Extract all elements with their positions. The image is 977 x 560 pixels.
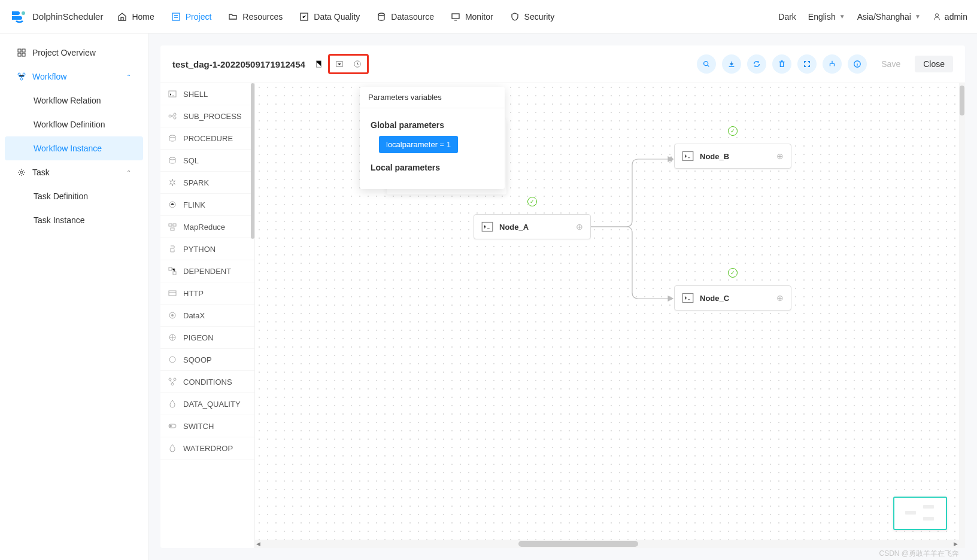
clock-icon bbox=[353, 60, 362, 68]
search-button[interactable] bbox=[697, 54, 716, 74]
chevron-down-icon: ▼ bbox=[915, 13, 921, 20]
sidebar: Project Overview Workflow⌃ Workflow Rela… bbox=[0, 34, 148, 560]
nav-resources[interactable]: Resources bbox=[228, 12, 283, 22]
palette-spark[interactable]: SPARK bbox=[160, 172, 254, 194]
monitor-icon bbox=[451, 12, 460, 22]
palette-waterdrop[interactable]: WATERDROP bbox=[160, 437, 254, 459]
global-params-label: Global parameters bbox=[371, 120, 494, 130]
palette-procedure[interactable]: PROCEDURE bbox=[160, 127, 254, 150]
palette-dataquality[interactable]: DATA_QUALITY bbox=[160, 393, 254, 415]
svg-rect-7 bbox=[22, 49, 25, 52]
database-icon bbox=[377, 12, 386, 22]
palette-sql[interactable]: SQL bbox=[160, 150, 254, 172]
svg-point-3 bbox=[378, 13, 384, 16]
svg-rect-6 bbox=[18, 49, 21, 52]
fullscreen-button[interactable] bbox=[797, 54, 817, 74]
info-button[interactable] bbox=[848, 54, 867, 74]
sidebar-workflow-relation[interactable]: Workflow Relation bbox=[0, 89, 148, 112]
quality-icon bbox=[299, 12, 309, 22]
edge-a-b bbox=[590, 158, 674, 230]
sidebar-project-overview[interactable]: Project Overview bbox=[0, 41, 148, 65]
palette-flink[interactable]: FLINK bbox=[160, 194, 254, 216]
nav-items: Home Project Resources Data Quality Data… bbox=[117, 12, 778, 22]
conditions-icon bbox=[168, 377, 177, 386]
logo-text: DolphinScheduler bbox=[32, 11, 103, 22]
sql-icon bbox=[168, 156, 177, 165]
sidebar-workflow-instance[interactable]: Workflow Instance bbox=[5, 136, 143, 160]
dag-title: test_dag-1-20220509171912454 bbox=[172, 59, 305, 69]
save-button[interactable]: Save bbox=[873, 56, 909, 72]
palette-scrollbar[interactable] bbox=[251, 83, 254, 239]
nav-monitor[interactable]: Monitor bbox=[451, 12, 493, 22]
svg-point-40 bbox=[169, 425, 172, 427]
download-icon bbox=[727, 60, 736, 68]
nav-datasource[interactable]: Datasource bbox=[377, 12, 434, 22]
copy-icon bbox=[314, 60, 323, 68]
python-icon bbox=[168, 244, 177, 254]
main: test_dag-1-20220509171912454 Save Close bbox=[148, 34, 977, 560]
sidebar-workflow[interactable]: Workflow⌃ bbox=[0, 65, 148, 89]
dag-node-a[interactable]: ✓ Node_A ⊕ bbox=[474, 214, 591, 239]
svg-rect-30 bbox=[173, 272, 176, 275]
nav-security[interactable]: Security bbox=[510, 12, 555, 22]
success-icon: ✓ bbox=[527, 197, 537, 206]
logo[interactable]: DolphinScheduler bbox=[10, 10, 103, 24]
param-chip[interactable]: localparameter = 1 bbox=[379, 136, 458, 153]
language-select[interactable]: English▼ bbox=[808, 12, 845, 22]
copy-name-button[interactable] bbox=[311, 57, 326, 71]
nav-project[interactable]: Project bbox=[171, 12, 212, 22]
workflow-icon bbox=[17, 72, 26, 81]
svg-point-36 bbox=[169, 378, 171, 381]
nav-home[interactable]: Home bbox=[117, 12, 154, 22]
format-button[interactable] bbox=[823, 54, 842, 74]
palette-mapreduce[interactable]: MapReduce bbox=[160, 216, 254, 238]
nav-data-quality[interactable]: Data Quality bbox=[299, 12, 360, 22]
local-params-label: Local parameters bbox=[371, 163, 494, 172]
palette-dependent[interactable]: DEPENDENT bbox=[160, 260, 254, 282]
canvas-v-scrollbar[interactable] bbox=[959, 83, 965, 548]
task-palette: SHELL SUB_PROCESS PROCEDURE SQL SPARK FL… bbox=[160, 83, 255, 548]
svg-point-24 bbox=[169, 157, 175, 160]
palette-sqoop[interactable]: SQOOP bbox=[160, 349, 254, 371]
dag-canvas[interactable]: M Notification Strategy:None Alarm Group… bbox=[255, 83, 965, 548]
refresh-button[interactable] bbox=[747, 54, 766, 74]
sidebar-workflow-definition[interactable]: Workflow Definition bbox=[0, 112, 148, 136]
close-button[interactable]: Close bbox=[915, 56, 953, 72]
sidebar-task-definition[interactable]: Task Definition bbox=[0, 184, 148, 208]
user-menu[interactable]: admin bbox=[933, 12, 967, 22]
delete-button[interactable] bbox=[772, 54, 791, 74]
palette-pigeon[interactable]: PIGEON bbox=[160, 327, 254, 349]
sidebar-task-instance[interactable]: Task Instance bbox=[0, 208, 148, 232]
svg-point-13 bbox=[20, 171, 23, 174]
palette-conditions[interactable]: CONDITIONS bbox=[160, 371, 254, 393]
palette-datax[interactable]: DataX bbox=[160, 305, 254, 327]
variables-button[interactable] bbox=[332, 57, 347, 71]
top-nav: DolphinScheduler Home Project Resources … bbox=[0, 0, 977, 34]
dag-node-c[interactable]: ✓ Node_C ⊕ bbox=[674, 285, 791, 311]
dag-node-b[interactable]: ✓ Node_B ⊕ bbox=[674, 144, 791, 169]
canvas-h-scrollbar[interactable]: ◀▶ bbox=[255, 540, 959, 548]
success-icon: ✓ bbox=[728, 126, 738, 136]
datax-icon bbox=[168, 311, 177, 320]
palette-switch[interactable]: SWITCH bbox=[160, 415, 254, 437]
timezone-select[interactable]: Asia/Shanghai▼ bbox=[857, 12, 921, 22]
palette-subprocess[interactable]: SUB_PROCESS bbox=[160, 105, 254, 127]
dag-toolbar: Save Close bbox=[697, 54, 953, 74]
plus-icon[interactable]: ⊕ bbox=[776, 151, 784, 161]
minimap[interactable] bbox=[893, 497, 947, 530]
startup-param-button[interactable] bbox=[350, 57, 365, 71]
plus-icon[interactable]: ⊕ bbox=[576, 222, 583, 232]
svg-point-22 bbox=[174, 117, 176, 119]
refresh-icon bbox=[753, 60, 761, 68]
trash-icon bbox=[778, 60, 786, 68]
spark-icon bbox=[168, 178, 177, 187]
plus-icon[interactable]: ⊕ bbox=[776, 293, 784, 303]
theme-toggle[interactable]: Dark bbox=[778, 12, 796, 22]
palette-shell[interactable]: SHELL bbox=[160, 83, 254, 105]
palette-http[interactable]: HTTP bbox=[160, 282, 254, 305]
palette-python[interactable]: PYTHON bbox=[160, 238, 254, 260]
sidebar-task[interactable]: Task⌃ bbox=[0, 160, 148, 184]
shell-icon bbox=[168, 89, 177, 99]
download-button[interactable] bbox=[722, 54, 741, 74]
watermark: CSDN @勇敢羊羊在飞奔 bbox=[879, 549, 959, 559]
